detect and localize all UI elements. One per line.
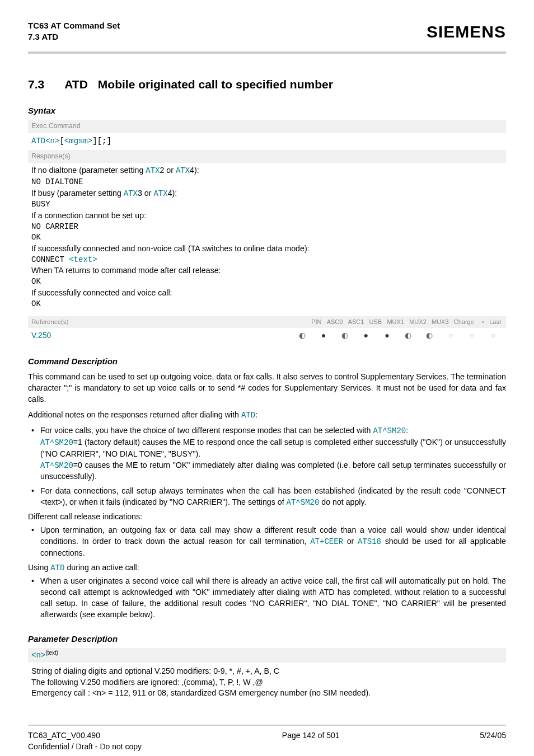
resp-ok1: OK	[31, 232, 503, 243]
notes-list-2: Upon termination, an outgoing fax or dat…	[28, 525, 506, 558]
param-line: String of dialing digits and optional V.…	[31, 666, 503, 677]
list-item: For data connections, call setup always …	[28, 486, 506, 508]
dot-arrow: ○	[462, 330, 481, 341]
dot-usb: ●	[357, 330, 376, 341]
cmd-desc-p1: This command can be used to set up outgo…	[28, 372, 506, 405]
cmd-desc-p2: Additional notes on the responses return…	[28, 410, 506, 421]
exec-bracket-open: [	[59, 137, 64, 145]
ref-v250[interactable]: V.250	[31, 330, 51, 341]
exec-bracket-close: ][;]	[92, 137, 111, 145]
exec-command-header: Exec Command	[28, 120, 506, 133]
atx-link-3[interactable]: ATX	[124, 189, 138, 198]
atd-link-2[interactable]: ATD	[50, 564, 64, 572]
reference-vals: ◐ ● ◐ ● ● ◐ ◐ ○ ○ ○	[293, 330, 503, 341]
col-last: Last	[488, 318, 503, 326]
col-pin: PIN	[310, 318, 323, 326]
header-left: TC63 AT Command Set 7.3 ATD	[28, 20, 120, 43]
dot-charge: ○	[441, 330, 460, 341]
param-desc-heading: Parameter Description	[28, 633, 506, 645]
responses-header: Response(s)	[28, 150, 506, 163]
doc-section: 7.3 ATD	[28, 31, 120, 43]
resp-line2: If busy (parameter setting ATX3 or ATX4)…	[31, 188, 503, 200]
col-usb: USB	[368, 318, 384, 326]
footer-right: 5/24/05	[480, 730, 506, 752]
dot-mux2: ◐	[399, 330, 418, 341]
doc-title: TC63 AT Command Set	[28, 20, 120, 31]
list-item: Upon termination, an outgoing fax or dat…	[28, 525, 506, 558]
reference-label: Reference(s)	[31, 317, 68, 326]
param-n-name[interactable]: <n>	[31, 651, 45, 660]
resp-connect: CONNECT <text>	[31, 255, 503, 266]
exec-command-body: ATD<n>[<mgsm>][;]	[28, 133, 506, 151]
atx-link-4[interactable]: ATX	[153, 189, 167, 198]
page-header: TC63 AT Command Set 7.3 ATD SIEMENS	[28, 20, 506, 49]
section-desc: Mobile originated call to specified numb…	[98, 78, 333, 91]
atx-link-2[interactable]: ATX	[176, 166, 190, 175]
col-mux2: MUX2	[407, 318, 428, 326]
list-item: When a user originates a second voice ca…	[28, 576, 506, 621]
dot-asc1: ◐	[335, 330, 354, 341]
resp-no-carrier: NO CARRIER	[31, 222, 503, 233]
exec-n[interactable]: <n>	[45, 137, 59, 145]
resp-line5: When TA returns to command mode after ca…	[31, 265, 503, 276]
resp-line3: If a connection cannot be set up:	[31, 210, 503, 222]
section-cmd: ATD	[64, 78, 88, 91]
list-item: For voice calls, you have the choice of …	[28, 425, 506, 482]
exec-cmd: ATD	[31, 137, 45, 145]
col-asc0: ASC0	[325, 318, 345, 326]
resp-ok3: OK	[31, 299, 503, 310]
col-asc1: ASC1	[346, 318, 366, 326]
notes-list-3: When a user originates a second voice ca…	[28, 576, 506, 621]
notes-list-1: For voice calls, you have the choice of …	[28, 425, 506, 508]
syntax-heading: Syntax	[28, 105, 506, 116]
atsm20-link-1[interactable]: AT^SM20	[373, 426, 406, 435]
resp-ok2: OK	[31, 276, 503, 288]
col-arrow: ➝	[477, 318, 486, 326]
exec-mgsm[interactable]: <mgsm>	[64, 137, 92, 145]
reference-data-row: V.250 ◐ ● ◐ ● ● ◐ ◐ ○ ○ ○	[28, 328, 506, 344]
section-title: 7.3ATDMobile originated call to specifie…	[28, 76, 506, 92]
ats18-link[interactable]: ATS18	[358, 537, 381, 546]
resp-line6: If successfully connected and voice call…	[31, 288, 503, 299]
resp-line4: If successfully connected and non-voice …	[31, 243, 503, 255]
atsm20-link-2[interactable]: AT^SM20	[40, 438, 73, 447]
param-line: Emergency call : <n> = 112, 911 or 08, s…	[31, 688, 503, 699]
diff-release-label: Different call release indications:	[28, 511, 506, 523]
responses-body: If no dialtone (parameter setting ATX2 o…	[28, 163, 506, 313]
command-desc-heading: Command Description	[28, 355, 506, 367]
atx-link-1[interactable]: ATX	[146, 166, 160, 175]
reference-cols: PIN ASC0 ASC1 USB MUX1 MUX2 MUX3 Charge …	[310, 317, 503, 326]
param-n-tag: <n>(text)	[28, 648, 506, 663]
param-n-type: (text)	[45, 650, 58, 656]
resp-no-dialtone: NO DIALTONE	[31, 177, 503, 188]
footer-center: Page 142 of 501	[282, 730, 340, 752]
footer-version: TC63_ATC_V00.490	[28, 730, 142, 741]
col-charge: Charge	[452, 318, 476, 326]
dot-last: ○	[484, 330, 503, 341]
brand-logo: SIEMENS	[427, 20, 506, 44]
dot-pin: ◐	[293, 330, 312, 341]
atsm20-link-4[interactable]: AT^SM20	[287, 498, 320, 507]
footer-left: TC63_ATC_V00.490 Confidential / Draft - …	[28, 730, 142, 752]
col-mux1: MUX1	[385, 318, 406, 326]
atsm20-link-3[interactable]: AT^SM20	[40, 461, 73, 470]
dot-mux3: ◐	[420, 330, 439, 341]
dot-mux1: ●	[378, 330, 397, 341]
using-atd-label: Using ATD during an active call:	[28, 562, 506, 574]
param-line: The following V.250 modifiers are ignore…	[31, 677, 503, 688]
text-param[interactable]: <text>	[69, 255, 97, 264]
atceer-link[interactable]: AT+CEER	[310, 537, 343, 546]
resp-busy: BUSY	[31, 199, 503, 210]
col-mux3: MUX3	[430, 318, 451, 326]
header-divider	[28, 51, 506, 54]
atd-link-1[interactable]: ATD	[241, 411, 255, 420]
param-n-desc: String of dialing digits and optional V.…	[28, 665, 506, 701]
reference-header-row: Reference(s) PIN ASC0 ASC1 USB MUX1 MUX2…	[28, 316, 506, 327]
footer-conf: Confidential / Draft - Do not copy	[28, 741, 142, 753]
exec-command-line: ATD<n>[<mgsm>][;]	[31, 137, 111, 145]
page-footer: TC63_ATC_V00.490 Confidential / Draft - …	[28, 726, 506, 752]
dot-asc0: ●	[314, 330, 333, 341]
exec-command-box: Exec Command ATD<n>[<mgsm>][;] Response(…	[28, 120, 506, 343]
resp-line1: If no dialtone (parameter setting ATX2 o…	[31, 165, 503, 177]
section-number: 7.3	[28, 78, 44, 91]
